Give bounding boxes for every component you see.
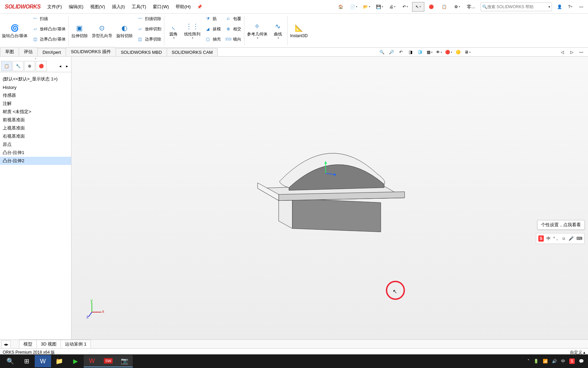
- tree-front-plane[interactable]: 前视基准面: [0, 116, 71, 124]
- rib-button[interactable]: ⧩筋: [202, 14, 223, 24]
- print-icon[interactable]: 🖨▾: [386, 2, 398, 12]
- tab-nav-left-icon[interactable]: ◂: [57, 61, 63, 71]
- taskbar-explorer-icon[interactable]: 📁: [51, 355, 67, 367]
- hide-show-icon[interactable]: 👁▾: [435, 48, 443, 56]
- hole-wizard-button[interactable]: ⊙异型孔向导: [90, 14, 114, 47]
- tab-dimxpert[interactable]: DimXpert: [37, 48, 66, 56]
- ime-voice-icon[interactable]: 🎤: [569, 236, 574, 241]
- status-custom[interactable]: 自定义: [570, 350, 582, 355]
- ime-toolbar[interactable]: S 中 °， ☺ 🎤 ⌨: [536, 233, 585, 244]
- view-settings-icon[interactable]: 🖥▾: [463, 48, 472, 56]
- ime-tooltip[interactable]: 个性设置，点我看看: [537, 220, 585, 230]
- tree-config[interactable]: (默认<<默认>_显示状态 1>): [0, 75, 71, 83]
- zoom-area-icon[interactable]: 🔎: [387, 48, 396, 56]
- menu-file[interactable]: 文件(F): [44, 0, 65, 14]
- taskbar-wechat-icon[interactable]: W: [84, 355, 100, 367]
- view-orient-icon[interactable]: 🧊: [415, 48, 424, 56]
- zoom-fit-icon[interactable]: 🔍: [377, 48, 386, 56]
- taskbar-word-icon[interactable]: W: [35, 355, 51, 367]
- options-icon[interactable]: 📋: [438, 2, 450, 12]
- pin-icon[interactable]: 📌: [195, 2, 204, 12]
- tray-notif-icon[interactable]: 💬: [579, 359, 584, 364]
- instant3d-button[interactable]: 📐Instant3D: [288, 14, 310, 47]
- boundary-button[interactable]: ◫边界凸台/基体: [30, 34, 67, 44]
- tree-right-plane[interactable]: 右视基准面: [0, 132, 71, 140]
- search-box[interactable]: 🔍 ▾: [480, 2, 552, 11]
- user-icon[interactable]: 👤: [555, 2, 564, 12]
- tab-mbd[interactable]: SOLIDWORKS MBD: [116, 48, 167, 56]
- taskbar-media-icon[interactable]: ▶: [67, 355, 84, 367]
- revolve-cut-button[interactable]: ◐旋转切除: [114, 14, 135, 47]
- sweep-cut-button[interactable]: 〰扫描切除: [135, 14, 163, 24]
- tree-origin[interactable]: 原点: [0, 140, 71, 149]
- new-icon[interactable]: 📄▾: [347, 2, 360, 12]
- system-tray[interactable]: ˄ 🔋 📶 🔊 中 S 💬: [525, 358, 586, 364]
- open-icon[interactable]: 📂▾: [360, 2, 373, 12]
- taskbar-search-icon[interactable]: 🔍: [2, 355, 18, 367]
- tab-addins[interactable]: SOLIDWORKS 插件: [66, 47, 116, 56]
- ime-logo-icon[interactable]: S: [538, 235, 544, 242]
- property-tab[interactable]: 🔧: [13, 61, 23, 71]
- collapse-right-icon[interactable]: ▷: [567, 48, 576, 56]
- menu-help[interactable]: 帮助(H): [172, 0, 194, 14]
- scene-icon[interactable]: 🟡: [454, 48, 462, 56]
- prev-view-icon[interactable]: ↶: [396, 48, 405, 56]
- minimize-icon[interactable]: —: [576, 2, 586, 12]
- tree-material[interactable]: 材质 <未指定>: [0, 108, 71, 116]
- draft-button[interactable]: ◢拔模: [202, 24, 223, 34]
- undo-icon[interactable]: ↶▾: [399, 2, 411, 12]
- btab-motion[interactable]: 运动算例 1: [61, 340, 91, 348]
- curves-button[interactable]: ∿曲线▾: [270, 14, 287, 47]
- loft-button[interactable]: ▱放样凸台/基体: [30, 24, 67, 34]
- extrude-cut-button[interactable]: ▣拉伸切除: [69, 14, 90, 47]
- settings-icon[interactable]: ⚙▾: [451, 2, 463, 12]
- save-icon[interactable]: 💾▾: [373, 2, 386, 12]
- taskbar-solidworks-icon[interactable]: SW: [100, 355, 116, 367]
- fillet-button[interactable]: ◟圆角▾: [165, 14, 182, 47]
- btab-nav-icon[interactable]: ◂▸: [1, 340, 11, 348]
- ime-emoji-icon[interactable]: ☺: [562, 236, 566, 241]
- btab-3dview[interactable]: 3D 视图: [36, 340, 61, 348]
- boundary-cut-button[interactable]: ◫边界切除: [135, 34, 163, 44]
- menu-view[interactable]: 视图(V): [87, 0, 108, 14]
- tab-evaluate[interactable]: 评估: [19, 47, 38, 56]
- config-tab[interactable]: ⊕: [24, 61, 35, 71]
- tray-up-icon[interactable]: ˄: [527, 359, 529, 364]
- section-view-icon[interactable]: ◨: [406, 48, 415, 56]
- appearance-tab[interactable]: 🔴: [36, 61, 47, 71]
- linear-pattern-button[interactable]: ⋮⋮线性阵列▾: [182, 14, 202, 47]
- tab-sketch[interactable]: 草图: [0, 47, 19, 56]
- tray-wifi-icon[interactable]: 📶: [543, 359, 548, 364]
- tray-sogou-icon[interactable]: S: [569, 358, 575, 364]
- rebuild-icon[interactable]: 🔴: [425, 2, 437, 12]
- tray-volume-icon[interactable]: 🔊: [552, 359, 557, 364]
- menu-edit[interactable]: 编辑(E): [65, 0, 87, 14]
- search-input[interactable]: [487, 4, 549, 9]
- tree-annotations[interactable]: 注解: [0, 99, 71, 108]
- ref-geometry-button[interactable]: ✧参考几何体▾: [245, 14, 270, 47]
- help-icon[interactable]: ?▾: [566, 2, 575, 12]
- tree-extrude1[interactable]: 凸台-拉伸1: [0, 149, 71, 157]
- select-icon[interactable]: ↖▾: [412, 2, 424, 12]
- ime-keyboard-icon[interactable]: ⌨: [576, 236, 582, 241]
- collapse-left-icon[interactable]: ◁: [558, 48, 567, 56]
- menu-tools[interactable]: 工具(T): [128, 0, 150, 14]
- tray-ime-icon[interactable]: 中: [561, 358, 565, 364]
- btab-model[interactable]: 模型: [19, 340, 37, 348]
- appearance-icon[interactable]: 🔴▾: [444, 48, 453, 56]
- min-panel-icon[interactable]: —: [577, 48, 586, 56]
- display-style-icon[interactable]: ▦▾: [425, 48, 434, 56]
- status-dropdown-icon[interactable]: ▴: [583, 350, 585, 355]
- shell-button[interactable]: ▢抽壳: [202, 34, 223, 44]
- tray-battery-icon[interactable]: 🔋: [534, 359, 539, 364]
- menu-window[interactable]: 窗口(W): [149, 0, 172, 14]
- graphics-viewport[interactable]: y x z ↖ 个性设置，点我看看 S 中 °， ☺ 🎤 ⌨: [71, 57, 588, 339]
- tree-top-plane[interactable]: 上视基准面: [0, 124, 71, 132]
- taskbar-taskview-icon[interactable]: ⊞: [18, 355, 35, 367]
- mirror-button[interactable]: ⧀⧁镜向: [223, 34, 243, 44]
- loft-cut-button[interactable]: ▱放样切割: [135, 24, 163, 34]
- home-icon[interactable]: 🏠: [334, 2, 347, 12]
- tree-history[interactable]: History: [0, 83, 71, 91]
- revolve-boss-button[interactable]: 🌀旋转凸台/基体: [0, 14, 30, 47]
- tree-extrude2[interactable]: 凸台-拉伸2: [0, 157, 71, 165]
